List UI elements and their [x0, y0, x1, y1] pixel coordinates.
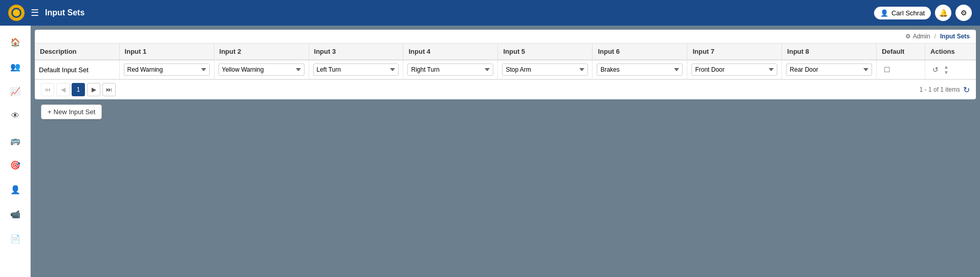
- col-description: Description: [35, 44, 119, 60]
- cell-input3[interactable]: Left Turn Red Warning Yellow Warning Rig…: [309, 60, 403, 79]
- breadcrumb-admin-label[interactable]: Admin: [913, 33, 930, 40]
- pagination-info: 1 - 1 of 1 items ↻: [920, 85, 970, 95]
- analytics-icon: 📈: [10, 87, 20, 96]
- breadcrumb-separator: /: [934, 33, 936, 40]
- col-input1: Input 1: [119, 44, 214, 60]
- profile-icon: 👤: [10, 185, 20, 195]
- col-input2: Input 2: [214, 44, 309, 60]
- gear-icon: ⚙: [961, 9, 967, 17]
- pagination-bar: ⏮ ◀ 1 ▶ ⏭ 1 - 1 of 1 items ↻: [35, 79, 976, 99]
- cell-input6[interactable]: Brakes Red Warning Yellow Warning Left T…: [593, 60, 687, 79]
- table-body: Default Input Set Red Warning Yellow War…: [35, 60, 976, 79]
- cameras-icon: 📹: [10, 209, 20, 219]
- breadcrumb: ⚙ Admin / Input Sets: [905, 33, 970, 40]
- next-page-btn[interactable]: ▶: [87, 83, 100, 96]
- vehicles-icon: 🚌: [10, 136, 20, 145]
- sidebar-item-users[interactable]: 👥: [5, 56, 26, 77]
- reports-icon: 📄: [10, 234, 20, 244]
- new-input-set-label: New Input Set: [54, 108, 96, 116]
- input1-select[interactable]: Red Warning Yellow Warning Left Turn Rig…: [124, 63, 210, 76]
- breadcrumb-gear-icon: ⚙: [905, 33, 911, 40]
- sidebar-item-monitor[interactable]: 👁: [5, 105, 26, 126]
- input3-select[interactable]: Left Turn Red Warning Yellow Warning Rig…: [313, 63, 399, 76]
- monitor-icon: 👁: [11, 111, 19, 120]
- main-content: ⚙ Admin / Input Sets Description Input 1…: [31, 26, 980, 277]
- restore-icon: ↺: [932, 66, 939, 74]
- input6-select[interactable]: Brakes Red Warning Yellow Warning Left T…: [597, 63, 683, 76]
- users-icon: 👥: [10, 62, 20, 72]
- sidebar-item-home[interactable]: 🏠: [5, 32, 26, 52]
- bell-icon: 🔔: [939, 9, 948, 17]
- sidebar: 🏠 👥 📈 👁 🚌 🎯 👤 📹 📄: [0, 26, 31, 277]
- cell-description: Default Input Set: [35, 60, 119, 79]
- sidebar-item-analytics[interactable]: 📈: [5, 81, 26, 101]
- cell-actions: ↺ ▲▼: [925, 60, 976, 79]
- last-page-btn[interactable]: ⏭: [102, 83, 116, 96]
- cell-input4[interactable]: Right Turn Red Warning Yellow Warning Le…: [403, 60, 498, 79]
- cell-input1[interactable]: Red Warning Yellow Warning Left Turn Rig…: [119, 60, 214, 79]
- table-header: Description Input 1 Input 2 Input 3 Inpu…: [35, 44, 976, 60]
- page-title: Input Sets: [45, 8, 874, 17]
- user-button[interactable]: 👤 Carl Schrat: [874, 7, 931, 19]
- navbar-right: 👤 Carl Schrat 🔔 ⚙: [874, 5, 972, 21]
- description-value: Default Input Set: [39, 66, 89, 74]
- breadcrumb-current: Input Sets: [940, 33, 970, 40]
- col-input6: Input 6: [593, 44, 687, 60]
- input4-select[interactable]: Right Turn Red Warning Yellow Warning Le…: [407, 63, 493, 76]
- cell-input8[interactable]: Rear Door Red Warning Yellow Warning Lef…: [782, 60, 877, 79]
- user-icon: 👤: [880, 9, 888, 17]
- app-logo: [8, 5, 25, 21]
- input7-select[interactable]: Front Door Red Warning Yellow Warning Le…: [691, 63, 777, 76]
- sidebar-item-tracking[interactable]: 🎯: [5, 155, 26, 175]
- pagination-count: 1 - 1 of 1 items: [920, 86, 960, 93]
- col-input3: Input 3: [309, 44, 403, 60]
- input8-select[interactable]: Rear Door Red Warning Yellow Warning Lef…: [786, 63, 872, 76]
- col-actions: Actions: [925, 44, 976, 60]
- user-name: Carl Schrat: [891, 9, 925, 17]
- new-input-set-button[interactable]: + New Input Set: [41, 104, 102, 119]
- page-1-btn[interactable]: 1: [72, 83, 85, 96]
- settings-button[interactable]: ⚙: [955, 5, 972, 21]
- input-sets-panel: ⚙ Admin / Input Sets Description Input 1…: [35, 30, 976, 99]
- table-wrapper: Description Input 1 Input 2 Input 3 Inpu…: [35, 44, 976, 79]
- col-input7: Input 7: [687, 44, 782, 60]
- cell-input7[interactable]: Front Door Red Warning Yellow Warning Le…: [687, 60, 782, 79]
- cell-default: ☐: [877, 60, 925, 79]
- input2-select[interactable]: Yellow Warning Red Warning Left Turn Rig…: [219, 63, 304, 76]
- checkbox-icon: ☐: [884, 66, 890, 74]
- header-row: Description Input 1 Input 2 Input 3 Inpu…: [35, 44, 976, 60]
- default-checkbox-btn[interactable]: ☐: [881, 63, 893, 76]
- actions-cell-content: ↺ ▲▼: [929, 63, 972, 76]
- content-area: ⚙ Admin / Input Sets Description Input 1…: [31, 26, 980, 129]
- default-cell-content: ☐: [881, 63, 921, 76]
- breadcrumb-bar: ⚙ Admin / Input Sets: [35, 30, 976, 44]
- tracking-icon: 🎯: [10, 160, 20, 170]
- logo-inner: [11, 8, 21, 18]
- refresh-button[interactable]: ↻: [963, 85, 970, 95]
- sidebar-item-vehicles[interactable]: 🚌: [5, 130, 26, 151]
- plus-icon: +: [48, 108, 52, 116]
- sidebar-item-reports[interactable]: 📄: [5, 228, 26, 249]
- first-page-btn[interactable]: ⏮: [41, 83, 54, 96]
- prev-page-btn[interactable]: ◀: [56, 83, 70, 96]
- input-sets-table: Description Input 1 Input 2 Input 3 Inpu…: [35, 44, 976, 79]
- cell-input2[interactable]: Yellow Warning Red Warning Left Turn Rig…: [214, 60, 309, 79]
- col-input4: Input 4: [403, 44, 498, 60]
- cell-input5[interactable]: Stop Arm Red Warning Yellow Warning Left…: [498, 60, 593, 79]
- navbar: ☰ Input Sets 👤 Carl Schrat 🔔 ⚙: [0, 0, 980, 26]
- actions-expand-icon: ▲▼: [944, 64, 949, 75]
- notifications-button[interactable]: 🔔: [935, 5, 951, 21]
- sidebar-item-cameras[interactable]: 📹: [5, 204, 26, 224]
- sidebar-item-profile[interactable]: 👤: [5, 179, 26, 200]
- restore-button[interactable]: ↺: [929, 63, 942, 76]
- col-default: Default: [877, 44, 925, 60]
- home-icon: 🏠: [10, 37, 20, 47]
- col-input8: Input 8: [782, 44, 877, 60]
- input5-select[interactable]: Stop Arm Red Warning Yellow Warning Left…: [502, 63, 588, 76]
- table-row: Default Input Set Red Warning Yellow War…: [35, 60, 976, 79]
- col-input5: Input 5: [498, 44, 593, 60]
- menu-icon[interactable]: ☰: [31, 7, 39, 18]
